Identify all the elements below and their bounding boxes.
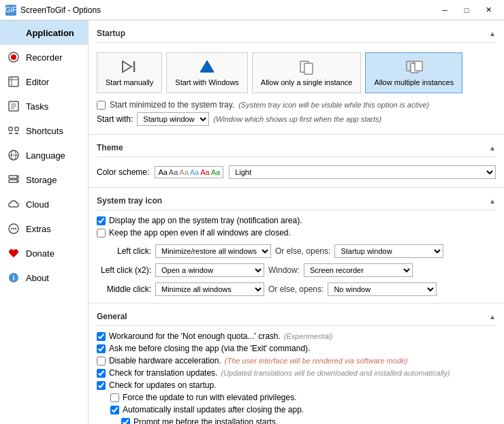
sidebar-label-storage: Storage [26,175,57,185]
general-label-1: Ask me before closing the app (via the '… [109,344,310,353]
general-item-2: Disable hardware acceleration. (The user… [97,356,496,365]
sidebar-label-about: About [26,273,49,283]
theme-select[interactable]: Light Dark [229,165,496,179]
theme-section-label: Theme [97,143,123,152]
general-item-1: Ask me before closing the app (via the '… [97,344,496,353]
general-check-7[interactable] [121,418,130,424]
or-else2-select[interactable]: No window [328,282,437,296]
general-chevron-icon: ▲ [489,313,496,321]
allow-multiple-label: Allow multiple instances [374,78,454,87]
general-check-1[interactable] [97,344,106,353]
general-label-4: Check for updates on startup. [109,380,216,390]
allow-only-instance-icon [296,59,317,75]
svg-point-18 [16,176,18,178]
minimize-checkbox[interactable] [97,101,106,110]
svg-point-19 [16,180,18,182]
sidebar-item-application[interactable]: Application [0,20,88,45]
general-check-2[interactable] [97,357,106,365]
start-with-windows-label: Start with Windows [175,78,239,87]
general-check-5[interactable] [110,393,119,402]
startup-btn-start-with-windows[interactable]: Start with Windows [166,52,248,93]
startup-btn-allow-only-instance[interactable]: Allow only a single instance [252,52,362,93]
display-tray-label: Display the app on the system tray (noti… [109,216,302,225]
general-check-0[interactable] [97,332,106,341]
sidebar: Application Recorder Editor Tasks Shortc… [0,20,89,424]
svg-point-22 [13,228,14,229]
left-click2-label: Left click (x2): [97,265,151,275]
svg-rect-32 [415,61,422,71]
startup-section-label: Startup [97,29,125,38]
system-tray-label: System tray icon [97,196,162,206]
sidebar-label-editor: Editor [26,77,49,87]
svg-rect-29 [304,63,313,74]
general-hint-0: (Experimental) [284,332,333,340]
general-item-4: Check for updates on startup. [97,380,496,390]
or-else2-label: Or else, opens: [268,284,324,294]
start-with-select[interactable]: Startup window [137,112,209,126]
sidebar-label-extras: Extras [26,224,51,234]
sidebar-item-extras[interactable]: Extras [0,216,88,241]
sidebar-item-editor[interactable]: Editor [0,69,88,94]
theme-section: Theme ▲ Color scheme: Aa Aa Aa Aa Aa Aa … [89,135,504,188]
general-section-label: General [97,312,127,321]
general-item-0: Workaround for the 'Not enough quota...'… [97,331,496,341]
sidebar-label-tasks: Tasks [26,101,48,112]
sidebar-label-recorder: Recorder [26,52,62,63]
svg-point-21 [11,228,12,229]
donate-icon [7,246,20,260]
sidebar-item-donate[interactable]: Donate [0,241,88,265]
startup-btn-allow-multiple[interactable]: Allow multiple instances [365,52,462,93]
title-bar: GIF ScreenToGif - Options ─ □ ✕ [0,0,504,20]
sidebar-item-cloud[interactable]: Cloud [0,192,88,216]
general-section: General ▲ Workaround for the 'Not enough… [89,304,504,424]
middle-click-select[interactable]: Minimize all windows [155,282,264,296]
svg-point-23 [15,228,16,229]
content-area: Startup ▲ Start manually Start with Wind… [89,20,504,424]
startup-chevron-icon: ▲ [489,30,496,37]
title-bar-icon: GIF [5,5,16,16]
sidebar-item-tasks[interactable]: Tasks [0,94,88,118]
extras-icon [7,222,20,235]
or-else-select[interactable]: Startup window [334,244,443,258]
general-label-2: Disable hardware acceleration. [109,356,221,365]
general-label-7: Prompt me before the installation starts… [133,417,278,424]
minimize-hint: (System tray icon will be visible while … [238,101,429,109]
svg-marker-27 [200,61,214,72]
general-label-5: Force the update to run with elevated pr… [123,393,296,402]
system-tray-chevron-icon: ▲ [489,197,496,205]
title-bar-title: ScreenToGif - Options [20,5,435,15]
sidebar-label-language: Language [26,150,65,161]
general-check-6[interactable] [110,406,119,414]
sidebar-item-storage[interactable]: Storage [0,167,88,192]
edit-icon [7,75,20,88]
start-with-hint: (Window which shows up first when the ap… [213,115,381,123]
svg-text:i: i [12,274,14,282]
svg-rect-2 [9,77,18,86]
keep-open-checkbox[interactable] [97,229,106,238]
sidebar-label-shortcuts: Shortcuts [26,126,63,136]
sidebar-item-shortcuts[interactable]: Shortcuts [0,118,88,143]
minimize-button[interactable]: ─ [435,3,455,17]
close-button[interactable]: ✕ [478,3,499,17]
allow-only-instance-label: Allow only a single instance [261,78,353,87]
or-else-label: Or else, opens: [275,246,330,256]
window-label: Window: [268,265,300,275]
startup-btn-start-manually[interactable]: Start manually [97,52,162,93]
sidebar-item-about[interactable]: i About [0,265,88,290]
left-click-select[interactable]: Minimize/restore all windows [155,244,271,258]
left-click2-select[interactable]: Open a window [155,263,264,277]
general-check-4[interactable] [97,381,106,390]
lang-icon [7,148,20,162]
middle-click-label: Middle click: [97,284,151,294]
color-scheme-preview: Aa Aa Aa Aa Aa Aa [155,166,223,178]
general-check-3[interactable] [97,369,106,378]
sidebar-item-recorder[interactable]: Recorder [0,45,88,69]
maximize-button[interactable]: □ [456,3,477,17]
display-tray-checkbox[interactable] [97,216,106,225]
window-select[interactable]: Screen recorder [304,263,413,277]
general-hint-2: (The user interface will be rendered via… [225,357,408,365]
sidebar-item-language[interactable]: Language [0,143,88,167]
svg-rect-12 [15,133,18,134]
storage-icon [7,173,20,186]
minimize-label: Start minimized to the system tray. [110,100,234,110]
